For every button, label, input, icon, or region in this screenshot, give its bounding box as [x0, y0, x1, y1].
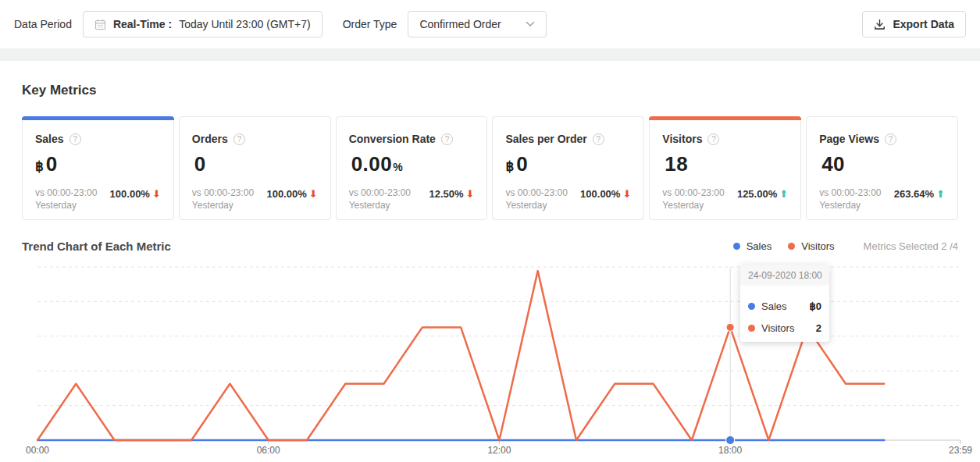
compare-period-label: vs 00:00-23:00 Yesterday — [192, 187, 254, 211]
metric-title: Orders — [192, 133, 228, 145]
change-indicator: 100.00% ⬇ — [110, 188, 161, 200]
export-data-button[interactable]: Export Data — [862, 11, 966, 37]
compare-period-label: vs 00:00-23:00 Yesterday — [35, 187, 97, 211]
metric-value: 40 — [819, 152, 945, 176]
svg-text:18:00: 18:00 — [718, 445, 742, 456]
compare-period-label: vs 00:00-23:00 Yesterday — [349, 187, 411, 211]
metric-title: Sales per Order — [505, 133, 586, 145]
svg-text:06:00: 06:00 — [257, 445, 280, 456]
legend-item-visitors[interactable]: Visitors — [788, 240, 834, 252]
section-divider — [0, 48, 980, 61]
legend-item-sales[interactable]: Sales — [733, 240, 772, 252]
key-metrics-title: Key Metrics — [22, 61, 958, 98]
metric-title: Conversion Rate — [349, 133, 436, 145]
metric-value: 0.00 % — [349, 152, 475, 176]
data-period-label: Data Period — [14, 18, 72, 30]
legend-dot-visitors-icon — [788, 243, 795, 250]
period-value: Today Until 23:00 (GMT+7) — [179, 18, 310, 30]
help-icon[interactable]: ? — [885, 133, 896, 145]
change-indicator: 263.64% ⬆ — [894, 188, 945, 200]
metric-card-sales[interactable]: Sales ? ฿ 0 vs 00:00-23:00 Yesterday 100… — [22, 116, 174, 220]
trend-chart[interactable]: 00:0006:0012:0018:0023:59 24-09-2020 18:… — [0, 258, 980, 461]
trend-arrow-icon: ⬇ — [152, 189, 161, 199]
metrics-selected-counter: Metrics Selected 2 /4 — [864, 240, 958, 252]
card-accent-bar — [22, 116, 174, 120]
order-type-label: Order Type — [343, 18, 397, 30]
trend-chart-title: Trend Chart of Each Metric — [22, 240, 171, 253]
change-indicator: 12.50% ⬇ — [429, 188, 474, 200]
metric-title: Page Views — [819, 133, 879, 145]
period-mode-label: Real-Time : — [113, 18, 172, 30]
metric-value: 18 — [662, 152, 788, 176]
svg-text:23:59: 23:59 — [949, 445, 972, 456]
metric-card-orders[interactable]: Orders ? 0 vs 00:00-23:00 Yesterday 100.… — [179, 116, 331, 220]
metric-value: ฿ 0 — [505, 152, 631, 176]
trend-arrow-icon: ⬆ — [779, 189, 788, 199]
trend-arrow-icon: ⬇ — [309, 189, 318, 199]
metric-title: Sales — [35, 133, 64, 145]
trend-arrow-icon: ⬆ — [936, 189, 945, 199]
metric-card-sales-per-order[interactable]: Sales per Order ? ฿ 0 vs 00:00-23:00 Yes… — [492, 116, 644, 220]
trend-arrow-icon: ⬇ — [622, 189, 631, 199]
help-icon[interactable]: ? — [441, 133, 453, 145]
metric-card-conversion-rate[interactable]: Conversion Rate ? 0.00 % vs 00:00-23:00 … — [336, 116, 488, 220]
chevron-down-icon — [526, 21, 535, 27]
change-indicator: 100.00% ⬇ — [580, 188, 631, 200]
metric-card-page-views[interactable]: Page Views ? 40 vs 00:00-23:00 Yesterday… — [806, 116, 958, 220]
dashboard-main: Key Metrics Sales ? ฿ 0 vs 00:00-23:00 Y… — [0, 61, 980, 461]
change-indicator: 100.00% ⬇ — [266, 188, 317, 200]
trend-arrow-icon: ⬇ — [466, 189, 475, 199]
change-indicator: 125.00% ⬆ — [737, 188, 788, 200]
download-icon — [874, 19, 886, 30]
svg-text:00:00: 00:00 — [26, 445, 49, 456]
metric-value: ฿ 0 — [35, 152, 161, 176]
calendar-icon — [94, 19, 106, 30]
metric-title: Visitors — [662, 133, 702, 145]
compare-period-label: vs 00:00-23:00 Yesterday — [505, 187, 567, 211]
help-icon[interactable]: ? — [233, 133, 245, 145]
help-icon[interactable]: ? — [69, 133, 81, 145]
compare-period-label: vs 00:00-23:00 Yesterday — [819, 187, 881, 211]
export-data-label: Export Data — [893, 18, 954, 30]
legend-dot-sales-icon — [733, 243, 740, 250]
metric-value: 0 — [192, 152, 318, 176]
order-type-select[interactable]: Confirmed Order — [408, 11, 547, 37]
help-icon[interactable]: ? — [593, 133, 604, 145]
metric-cards-row: Sales ? ฿ 0 vs 00:00-23:00 Yesterday 100… — [22, 116, 958, 220]
date-period-selector[interactable]: Real-Time : Today Until 23:00 (GMT+7) — [83, 11, 323, 37]
compare-period-label: vs 00:00-23:00 Yesterday — [662, 187, 724, 211]
card-accent-bar — [649, 116, 801, 120]
metric-card-visitors[interactable]: Visitors ? 18 vs 00:00-23:00 Yesterday 1… — [649, 116, 801, 220]
trend-chart-canvas[interactable]: 00:0006:0012:0018:0023:59 — [0, 258, 980, 461]
order-type-value: Confirmed Order — [419, 18, 501, 30]
help-icon[interactable]: ? — [707, 133, 719, 145]
chart-legend: Sales Visitors Metrics Selected 2 /4 — [733, 240, 958, 252]
svg-text:12:00: 12:00 — [487, 445, 511, 456]
filter-toolbar: Data Period Real-Time : Today Until 23:0… — [0, 0, 980, 48]
